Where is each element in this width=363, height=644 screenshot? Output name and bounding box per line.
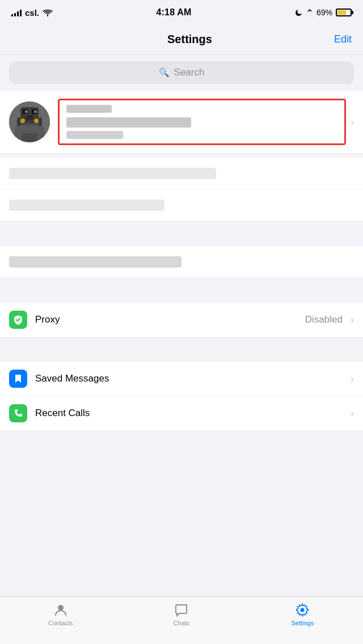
svg-point-13	[34, 118, 39, 123]
profile-info-box	[58, 99, 346, 145]
svg-rect-11	[26, 115, 33, 120]
proxy-item[interactable]: Proxy Disabled ›	[0, 303, 363, 337]
avatar	[9, 101, 50, 142]
section-spacer-1	[0, 226, 363, 246]
svg-rect-7	[34, 111, 36, 113]
recent-calls-icon	[9, 404, 27, 422]
section-spacer-2	[0, 282, 363, 303]
recent-calls-item[interactable]: Recent Calls ›	[0, 396, 363, 430]
proxy-label: Proxy	[35, 314, 305, 325]
status-left: csl.	[11, 8, 53, 18]
signal-bar-2	[14, 13, 16, 16]
content-area: 🔍 Search	[0, 54, 363, 486]
svg-point-12	[20, 118, 25, 123]
location-icon	[306, 9, 313, 16]
tab-contacts[interactable]: Contacts	[0, 603, 121, 626]
svg-point-14	[58, 605, 64, 611]
chats-tab-label: Chats	[174, 620, 190, 626]
signal-bar-3	[17, 11, 19, 16]
search-bar[interactable]: 🔍 Search	[9, 61, 354, 84]
recent-calls-chevron: ›	[351, 408, 354, 420]
status-right: 69%	[295, 8, 352, 17]
status-time: 4:18 AM	[156, 7, 191, 18]
search-icon: 🔍	[159, 67, 170, 78]
avatar-svg	[9, 101, 50, 142]
chats-tab-icon	[174, 603, 189, 617]
section-proxy: Proxy Disabled ›	[0, 303, 363, 337]
carrier-label: csl.	[25, 8, 39, 18]
tab-chats[interactable]: Chats	[121, 603, 242, 626]
signal-bars	[11, 9, 22, 16]
nav-bar: Settings Edit	[0, 25, 363, 54]
section-1	[0, 158, 363, 221]
contacts-tab-icon	[53, 603, 68, 617]
phone-icon	[12, 408, 24, 419]
svg-rect-6	[25, 111, 27, 113]
moon-icon	[295, 9, 303, 16]
profile-phone-blurred	[66, 131, 123, 139]
list-item[interactable]	[0, 158, 363, 189]
settings-tab-label: Settings	[291, 620, 314, 626]
avatar-image	[9, 101, 50, 142]
tab-settings[interactable]: Settings	[242, 603, 363, 626]
search-placeholder: Search	[174, 67, 205, 78]
signal-bar-1	[11, 14, 13, 16]
wifi-icon	[43, 9, 53, 16]
list-item[interactable]	[0, 246, 363, 278]
svg-rect-9	[39, 117, 42, 126]
section-messages: Saved Messages › Recent Calls ›	[0, 362, 363, 430]
shield-icon	[12, 314, 24, 325]
svg-rect-8	[17, 117, 20, 126]
blurred-row-2	[9, 200, 164, 211]
profile-username-blurred	[66, 117, 191, 128]
proxy-value: Disabled	[305, 314, 343, 325]
contacts-tab-label: Contacts	[48, 620, 73, 626]
battery-percent: 69%	[316, 8, 332, 17]
search-container: 🔍 Search	[0, 54, 363, 91]
saved-messages-icon	[9, 370, 27, 388]
battery-icon	[336, 9, 352, 16]
chat-icon	[174, 603, 189, 617]
saved-messages-label: Saved Messages	[35, 373, 346, 384]
svg-point-15	[301, 608, 305, 612]
svg-rect-10	[22, 133, 37, 142]
battery-fill	[337, 10, 346, 15]
blurred-row-3	[9, 256, 182, 268]
recent-calls-label: Recent Calls	[35, 408, 346, 419]
list-item[interactable]	[0, 189, 363, 221]
saved-messages-chevron: ›	[351, 373, 354, 385]
blurred-row-1	[9, 168, 216, 179]
section-2	[0, 246, 363, 278]
gear-icon	[295, 603, 310, 617]
profile-chevron: ›	[351, 116, 354, 128]
profile-section[interactable]: ›	[0, 91, 363, 153]
signal-bar-4	[20, 10, 22, 16]
proxy-chevron: ›	[351, 314, 354, 326]
proxy-icon	[9, 311, 27, 329]
tab-bar: Contacts Chats Settings	[0, 596, 363, 644]
settings-tab-icon	[295, 603, 310, 617]
status-bar: csl. 4:18 AM 69%	[0, 0, 363, 25]
section-spacer-3	[0, 341, 363, 362]
page-title: Settings	[167, 33, 212, 46]
bookmark-icon	[12, 373, 24, 384]
profile-name-blurred	[66, 105, 112, 113]
person-icon	[53, 603, 68, 617]
saved-messages-item[interactable]: Saved Messages ›	[0, 362, 363, 396]
battery-container	[336, 9, 352, 16]
edit-button[interactable]: Edit	[334, 33, 352, 45]
